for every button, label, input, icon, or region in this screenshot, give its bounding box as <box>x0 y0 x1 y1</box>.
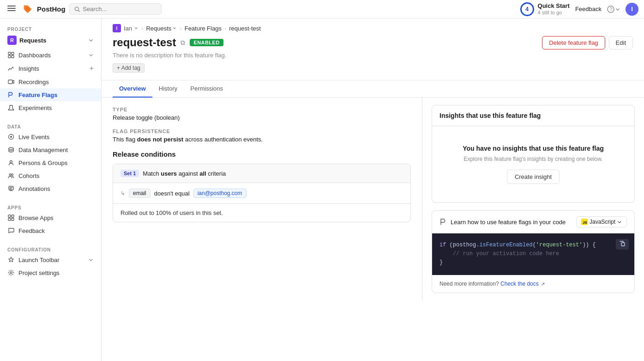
sidebar-item-live-events[interactable]: Live Events <box>0 130 101 143</box>
lang-chevron-icon <box>617 220 622 224</box>
add-tag-button[interactable]: + Add tag <box>113 63 144 73</box>
sidebar-item-experiments[interactable]: Experiments <box>0 101 101 114</box>
delete-feature-flag-button[interactable]: Delete feature flag <box>542 36 605 49</box>
page-description: There is no description for this feature… <box>113 52 226 59</box>
logo[interactable]: PostHog <box>21 3 66 16</box>
live-events-label: Live Events <box>18 134 94 141</box>
persons-groups-label: Persons & Groups <box>18 159 94 166</box>
sidebar-item-browse-apps[interactable]: Browse Apps <box>0 211 101 224</box>
insights-empty-title: You have no insights that use this featu… <box>463 145 603 152</box>
feature-flags-icon <box>7 91 15 98</box>
launch-toolbar-icon <box>7 256 15 263</box>
sidebar-feedback-icon <box>7 227 15 234</box>
browse-apps-icon <box>7 214 15 221</box>
sidebar-item-dashboards[interactable]: Dashboards <box>0 49 101 61</box>
breadcrumb-user[interactable]: I Ian <box>113 24 138 32</box>
data-section-label: DATA <box>0 122 101 130</box>
project-selector[interactable]: R Requests <box>0 34 101 49</box>
svg-point-14 <box>10 136 12 138</box>
sidebar: PROJECT R Requests Dashboards Insights + <box>0 18 102 361</box>
svg-rect-21 <box>12 215 14 217</box>
sidebar-item-feedback[interactable]: Feedback <box>0 224 101 237</box>
sidebar-item-recordings[interactable]: Recordings <box>0 75 101 88</box>
dashboards-icon <box>7 51 15 59</box>
language-selector[interactable]: JS JavaScript <box>576 216 627 227</box>
code-panel: Learn how to use feature flags in your c… <box>432 210 635 293</box>
svg-rect-0 <box>7 6 16 6</box>
sidebar-item-cohorts[interactable]: Cohorts <box>0 169 101 182</box>
browse-apps-label: Browse Apps <box>18 214 94 221</box>
search-input[interactable] <box>83 6 156 12</box>
help-button[interactable]: ? <box>607 6 620 13</box>
search-bar[interactable] <box>69 3 162 15</box>
hamburger-menu[interactable] <box>6 2 18 16</box>
sidebar-item-insights[interactable]: Insights + <box>0 61 101 75</box>
svg-rect-9 <box>12 52 14 55</box>
experiments-label: Experiments <box>18 104 94 111</box>
copy-icon[interactable]: ⧉ <box>181 39 185 47</box>
flag-code-icon <box>439 218 447 226</box>
project-section-label: PROJECT <box>0 22 101 34</box>
tab-history[interactable]: History <box>152 80 184 98</box>
recordings-icon <box>7 78 15 86</box>
js-icon: JS <box>581 219 588 225</box>
edit-button[interactable]: Edit <box>609 36 633 49</box>
insights-empty-desc: Explore this feature flag's insights by … <box>463 156 602 162</box>
svg-rect-11 <box>12 55 14 58</box>
avatar[interactable]: I <box>626 3 638 16</box>
project-settings-icon <box>7 269 15 276</box>
breadcrumb: I Ian › Requests › Feature Flags › reque… <box>102 18 644 36</box>
breadcrumb-feature-flags[interactable]: Feature Flags <box>185 25 222 32</box>
live-events-icon <box>7 133 15 141</box>
sidebar-item-launch-toolbar[interactable]: Launch Toolbar <box>0 253 101 266</box>
launch-toolbar-chevron-icon <box>88 257 94 263</box>
quick-start-text: Quick Start 4 still to go <box>538 2 570 16</box>
project-name: Requests <box>19 37 85 44</box>
breadcrumb-requests[interactable]: Requests <box>146 25 177 32</box>
svg-point-15 <box>9 147 13 149</box>
code-line-1: if (posthog.isFeatureEnabled('request-te… <box>439 241 627 250</box>
sidebar-item-project-settings[interactable]: Project settings <box>0 266 101 279</box>
insights-add-icon[interactable]: + <box>90 64 94 73</box>
sidebar-feedback-label: Feedback <box>18 227 94 234</box>
create-insight-button[interactable]: Create insight <box>507 170 560 184</box>
rollout-row: Rolled out to 100% of users in this set. <box>113 204 410 222</box>
conditions-header-text: Match users against all criteria <box>143 170 226 177</box>
condition-op-text: doesn't equal <box>154 190 190 197</box>
nav-left: PostHog <box>6 2 162 16</box>
annotations-icon <box>7 185 15 192</box>
sidebar-item-annotations[interactable]: Annotations <box>0 182 101 195</box>
body-layout: PROJECT R Requests Dashboards Insights + <box>0 18 644 361</box>
breadcrumb-user-icon: I <box>113 24 121 32</box>
header-actions: Delete feature flag Edit <box>542 36 633 49</box>
copy-code-button[interactable] <box>616 239 629 250</box>
persistence-value: This flag does not persist across authen… <box>113 136 411 143</box>
apps-section: APPS Browse Apps Feedback <box>0 199 101 241</box>
condition-email-pill: email <box>129 189 150 198</box>
svg-point-18 <box>12 174 13 176</box>
quick-start[interactable]: 4 Quick Start 4 still to go <box>520 2 570 16</box>
conditions-header: Set 1 Match users against all criteria <box>113 164 410 183</box>
svg-rect-2 <box>7 10 16 11</box>
project-section: PROJECT R Requests Dashboards Insights + <box>0 18 101 118</box>
data-management-icon <box>7 146 15 153</box>
svg-rect-1 <box>7 8 16 9</box>
tab-permissions[interactable]: Permissions <box>184 80 229 98</box>
content-area: TYPE Release toggle (boolean) FLAG PERSI… <box>102 98 644 300</box>
sidebar-item-persons-groups[interactable]: Persons & Groups <box>0 156 101 169</box>
sidebar-item-feature-flags[interactable]: Feature Flags <box>0 88 101 101</box>
nav-right: 4 Quick Start 4 still to go Feedback ? I <box>520 2 638 16</box>
feature-flags-label: Feature Flags <box>18 92 94 98</box>
left-panel: TYPE Release toggle (boolean) FLAG PERSI… <box>102 98 422 300</box>
main-content: I Ian › Requests › Feature Flags › reque… <box>102 18 644 361</box>
dashboards-label: Dashboards <box>18 52 84 59</box>
sidebar-item-data-management[interactable]: Data Management <box>0 143 101 156</box>
tab-overview[interactable]: Overview <box>113 80 152 98</box>
tabs: Overview History Permissions <box>102 80 644 98</box>
svg-text:JS: JS <box>583 220 587 225</box>
docs-link-area: Need more information? Check the docs ↗ <box>432 275 634 293</box>
page-title-row: request-test ⧉ ENABLED <box>113 36 226 49</box>
check-docs-link[interactable]: Check the docs <box>500 281 539 287</box>
feedback-nav-button[interactable]: Feedback <box>575 6 602 12</box>
svg-point-17 <box>9 174 11 176</box>
